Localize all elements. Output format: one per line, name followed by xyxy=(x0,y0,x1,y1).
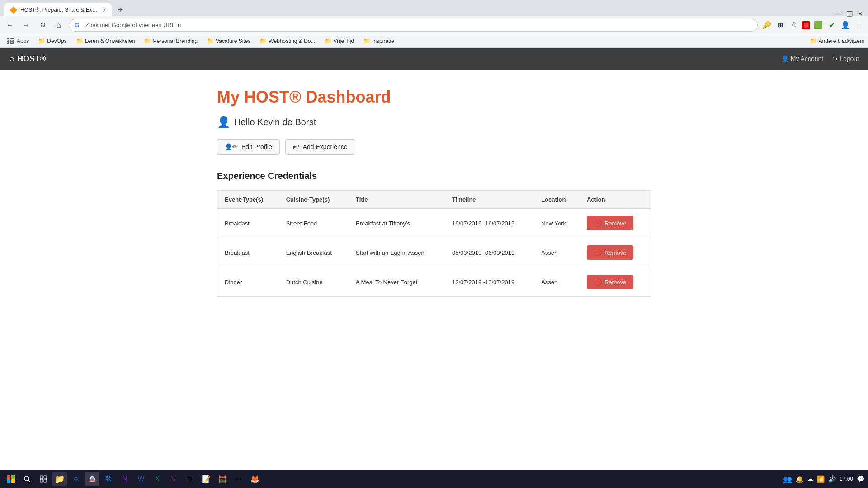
remove-label: Remove xyxy=(604,249,626,256)
remove-label: Remove xyxy=(604,220,626,227)
bookmark-vacature[interactable]: 📁 Vacature Sites xyxy=(203,37,254,45)
tab-close-button[interactable]: × xyxy=(103,6,106,14)
other-bookmarks-label: Andere bladwijzers xyxy=(819,38,864,44)
remove-button-1[interactable]: 🚫 Remove xyxy=(587,216,633,230)
table-head: Event-Type(s) Cuisine-Type(s) Title Time… xyxy=(217,191,651,209)
table-row: Dinner Dutch Cuisine A Meal To Never For… xyxy=(217,267,651,297)
edit-profile-icon: 👤✏ xyxy=(225,143,238,150)
remove-icon: 🚫 xyxy=(594,278,602,286)
other-bookmarks[interactable]: 📁 Andere bladwijzers xyxy=(810,38,864,44)
cell-title: Breakfast at Tiffany's xyxy=(349,209,445,238)
bookmark-label: Vrije Tijd xyxy=(334,38,354,44)
cast-icon[interactable]: Č xyxy=(788,20,799,31)
action-buttons: 👤✏ Edit Profile 🍽 Add Experience xyxy=(217,139,651,155)
folder-icon: 📁 xyxy=(38,38,45,44)
cell-event-type: Breakfast xyxy=(217,209,279,238)
addressbar-row: ← → ↻ ⌂ G Zoek met Google of voer een UR… xyxy=(0,16,868,34)
cell-cuisine-type: Street-Food xyxy=(279,209,349,238)
tab-favicon: 🔶 xyxy=(9,6,17,14)
user-avatar-icon: 👤 xyxy=(217,116,231,128)
menu-icon[interactable]: ⋮ xyxy=(854,20,864,31)
folder-icon: 📁 xyxy=(325,38,332,44)
ext-icon2[interactable]: 🟩 xyxy=(813,20,824,31)
maximize-button[interactable]: ❒ xyxy=(846,10,853,16)
account-icon: 👤 xyxy=(781,55,789,62)
window-controls: — ❒ × xyxy=(835,10,864,16)
bookmark-label: Webhosting & Do... xyxy=(269,38,315,44)
new-tab-button[interactable]: + xyxy=(114,4,127,16)
edit-profile-button[interactable]: 👤✏ Edit Profile xyxy=(217,139,280,155)
my-account-link[interactable]: 👤 My Account xyxy=(781,55,823,62)
tab-title: HOST®: Prepare, Share & Experie... xyxy=(20,7,99,13)
bookmark-inspiratie[interactable]: 📁 Inspiratie xyxy=(359,37,398,45)
folder-icon: 📁 xyxy=(363,38,370,44)
apps-bookmark[interactable]: Apps xyxy=(4,37,33,45)
cell-action: 🚫 Remove xyxy=(580,238,651,267)
app-logo: ○ HOST® xyxy=(9,54,46,64)
folder-icon: 📁 xyxy=(144,38,151,44)
remove-button-3[interactable]: 🚫 Remove xyxy=(587,275,633,289)
col-timeline: Timeline xyxy=(445,191,534,209)
logout-link[interactable]: ↪ Logout xyxy=(832,55,859,62)
remove-button-2[interactable]: 🚫 Remove xyxy=(587,245,633,260)
key-icon[interactable]: 🔑 xyxy=(761,20,772,31)
table-header-row: Event-Type(s) Cuisine-Type(s) Title Time… xyxy=(217,191,651,209)
cell-action: 🚫 Remove xyxy=(580,209,651,238)
page-wrapper: ○ HOST® 👤 My Account ↪ Logout My HOST® D… xyxy=(0,48,868,454)
table-row: Breakfast English Breakfast Start with a… xyxy=(217,238,651,267)
folder-icon: 📁 xyxy=(810,38,817,44)
bookmark-label: Personal Branding xyxy=(153,38,198,44)
main-content: My HOST® Dashboard 👤 Hello Kevin de Bors… xyxy=(208,70,660,315)
add-experience-label: Add Experience xyxy=(303,143,348,150)
cell-location: Assen xyxy=(534,238,580,267)
office-icon[interactable]: ⊞ xyxy=(775,20,786,31)
cell-location: New York xyxy=(534,209,580,238)
home-button[interactable]: ⌂ xyxy=(52,19,65,32)
apps-label: Apps xyxy=(17,38,29,44)
bookmark-webhosting[interactable]: 📁 Webhosting & Do... xyxy=(256,37,319,45)
reload-button[interactable]: ↻ xyxy=(36,19,49,32)
cell-cuisine-type: English Breakfast xyxy=(279,238,349,267)
profile-icon[interactable]: 👤 xyxy=(840,20,851,31)
logo-text: HOST® xyxy=(17,54,46,64)
bookmarks-bar: Apps 📁 DevOps 📁 Leren & Ontwikkelen 📁 Pe… xyxy=(0,34,868,48)
google-icon: G xyxy=(75,22,82,29)
col-action: Action xyxy=(580,191,651,209)
browser-tab-bar: 🔶 HOST®: Prepare, Share & Experie... × +… xyxy=(0,0,868,16)
addressbar-text: Zoek met Google of voer een URL in xyxy=(85,22,181,28)
cell-action: 🚫 Remove xyxy=(580,267,651,297)
forward-button[interactable]: → xyxy=(20,19,33,32)
col-title: Title xyxy=(349,191,445,209)
col-event-type: Event-Type(s) xyxy=(217,191,279,209)
ext-icon1[interactable]: 🟥 xyxy=(802,21,810,29)
cell-timeline: 16/07/2019 -16/07/2019 xyxy=(445,209,534,238)
bookmark-leren[interactable]: 📁 Leren & Ontwikkelen xyxy=(72,37,139,45)
dashboard-title: My HOST® Dashboard xyxy=(217,88,651,107)
bookmark-vrije-tijd[interactable]: 📁 Vrije Tijd xyxy=(321,37,358,45)
cell-cuisine-type: Dutch Cuisine xyxy=(279,267,349,297)
toolbar-icons: 🔑 ⊞ Č 🟥 🟩 ✔ 👤 ⋮ xyxy=(761,20,864,31)
bookmark-devops[interactable]: 📁 DevOps xyxy=(34,37,70,45)
back-button[interactable]: ← xyxy=(4,19,16,32)
add-experience-button[interactable]: 🍽 Add Experience xyxy=(285,139,355,155)
bookmark-label: DevOps xyxy=(47,38,66,44)
bookmark-label: Vacature Sites xyxy=(216,38,250,44)
remove-icon: 🚫 xyxy=(594,249,602,256)
cell-timeline: 05/03/2019 -06/03/2019 xyxy=(445,238,534,267)
checkmark-icon[interactable]: ✔ xyxy=(826,20,837,31)
greeting-text: Hello Kevin de Borst xyxy=(234,117,316,127)
cell-title: Start with an Egg in Assen xyxy=(349,238,445,267)
bookmark-label: Inspiratie xyxy=(372,38,394,44)
cell-event-type: Breakfast xyxy=(217,238,279,267)
cell-title: A Meal To Never Forget xyxy=(349,267,445,297)
table-body: Breakfast Street-Food Breakfast at Tiffa… xyxy=(217,209,651,297)
minimize-button[interactable]: — xyxy=(835,10,841,16)
table-row: Breakfast Street-Food Breakfast at Tiffa… xyxy=(217,209,651,238)
folder-icon: 📁 xyxy=(259,38,267,44)
address-bar[interactable]: G Zoek met Google of voer een URL in xyxy=(69,19,758,32)
add-experience-icon: 🍽 xyxy=(293,143,299,150)
my-account-label: My Account xyxy=(791,55,823,62)
bookmark-personal-branding[interactable]: 📁 Personal Branding xyxy=(140,37,201,45)
browser-tab-active[interactable]: 🔶 HOST®: Prepare, Share & Experie... × xyxy=(4,3,112,16)
close-window-button[interactable]: × xyxy=(858,10,864,16)
